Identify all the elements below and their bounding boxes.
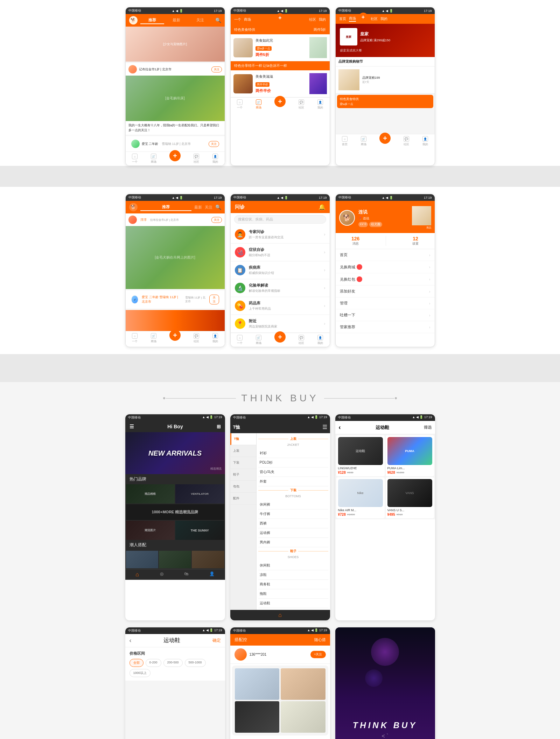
food-add-btn[interactable]: + <box>275 13 285 22</box>
follow-btn-2[interactable]: 关注 <box>209 141 219 147</box>
hiboy-menu-icon[interactable]: ☰ <box>130 424 134 429</box>
cat-item-shirt[interactable]: 衬衫 <box>258 449 328 458</box>
cat-sidebar-bags[interactable]: 包包 <box>230 481 256 493</box>
hiboy-nav-shop[interactable]: 🛍 <box>184 571 188 578</box>
nav-add-btn-5[interactable]: + <box>274 331 286 343</box>
follow-btn-social-1[interactable]: 关注 <box>211 217 222 223</box>
filter-confirm-btn[interactable]: 确定 <box>212 638 221 643</box>
cat-item-casual-shoes[interactable]: 休闲鞋 <box>258 561 328 570</box>
cat-item-sports-shoes[interactable]: 运动鞋 <box>258 599 328 608</box>
nav-shop-3[interactable]: 🛒商场 <box>361 136 366 146</box>
tab-follow-2[interactable]: 关注 <box>205 205 212 210</box>
cat-item-polo[interactable]: POLO杉 <box>258 458 328 467</box>
nav-add-btn-3[interactable]: + <box>379 133 391 144</box>
nav-shop-5[interactable]: 🛒商场 <box>256 335 261 345</box>
nav-profile-1[interactable]: 👤 我的 <box>212 154 218 164</box>
brand-item-2[interactable]: VENTILATOR <box>175 484 224 504</box>
nav-home-5[interactable]: ⌂一个 <box>237 335 243 345</box>
nav-shop-4[interactable]: 🛒商场 <box>151 333 156 343</box>
nav-add-btn-2[interactable]: + <box>274 96 286 107</box>
cat-sidebar-jacket[interactable]: 上装 <box>230 445 256 457</box>
nav-community-5[interactable]: 💬社区 <box>299 335 304 345</box>
tab-follow[interactable]: 关注 <box>188 17 212 24</box>
cat-nav-home[interactable]: ⌂ <box>278 612 282 618</box>
menu-butler[interactable]: 管家推荐 › <box>336 321 435 333</box>
consult-item-disease[interactable]: 📋 疾病库 权威疾病知识介绍 › <box>231 261 330 279</box>
brand-item-3[interactable]: 潮流图片 <box>126 521 175 540</box>
cat-item-jeans[interactable]: 牛仔裤 <box>258 509 328 519</box>
tab-recommend[interactable]: 推荐 <box>140 17 164 24</box>
filter-chip-500-1000[interactable]: 500-1000 <box>185 659 206 667</box>
filter-chip-1000plus[interactable]: 1000以上 <box>130 669 150 677</box>
brand-item-wide[interactable]: 1000+MORE 精选潮流品牌 <box>126 504 224 520</box>
cat-sidebar-bottoms[interactable]: 下装 <box>230 457 256 469</box>
nav-profile-4[interactable]: 👤我的 <box>212 333 218 343</box>
cat-sidebar-acc[interactable]: 配件 <box>230 493 256 505</box>
brand-item-1[interactable]: 潮品精粮 <box>126 484 175 504</box>
consult-item-pharmacy[interactable]: 💊 药品库 上千种常用药品 › <box>231 297 330 315</box>
royal-nav-active[interactable]: 商场 <box>349 16 356 22</box>
nav-add-btn-1[interactable]: + <box>169 150 181 161</box>
cat-menu-icon[interactable]: ☰ <box>322 424 327 430</box>
nav-community-1[interactable]: 💬 社区 <box>194 154 199 164</box>
nav-add-btn-4[interactable]: + <box>169 330 181 341</box>
consult-bell[interactable]: 🔔 <box>318 204 326 210</box>
filter-chip-all[interactable]: 全部 <box>130 659 144 667</box>
menu-mall[interactable]: 兑换商城 › <box>336 261 435 273</box>
cat-item-slippers[interactable]: 拖鞋 <box>258 589 328 599</box>
nav-home-4[interactable]: ⌂一个 <box>132 333 138 343</box>
cat-item-underwear[interactable]: 男内裤 <box>258 538 328 547</box>
prod-card-3[interactable]: Nike Nike AIR M... ¥728 ¥1690 <box>336 477 385 518</box>
cat-item-suit[interactable]: 西裤 <box>258 519 328 528</box>
nav-profile-5[interactable]: 👤我的 <box>317 335 323 345</box>
filter-chip-200-500[interactable]: 200-500 <box>163 659 183 667</box>
hiboy-nav-home[interactable]: ⌂ <box>135 571 139 578</box>
consult-item-expert[interactable]: 👨‍⚕️ 专家问诊 距一类专业直接咨询交流 › <box>231 226 330 244</box>
shoes-back-btn[interactable]: ‹ <box>339 424 341 431</box>
cat-item-business[interactable]: 商务鞋 <box>258 580 328 589</box>
cat-item-vest[interactable]: 背心/马夹 <box>258 467 328 477</box>
follow-btn-social-2[interactable]: 关注 <box>209 295 219 304</box>
menu-addfriend[interactable]: 添加好友 › <box>336 286 435 297</box>
hiboy-nav-me[interactable]: 👤 <box>209 571 215 578</box>
cat-item-jacket[interactable]: 外套 <box>258 477 328 486</box>
search-icon-1[interactable]: 🔍 <box>215 17 221 23</box>
search-icon-2[interactable]: 🔍 <box>215 204 221 210</box>
nav-shop-2[interactable]: 🛒商场 <box>256 99 261 110</box>
nav-profile-2[interactable]: 👤我的 <box>317 99 323 110</box>
shoes-filter-btn[interactable]: 筛选 <box>424 425 432 430</box>
nav-community-3[interactable]: 💬社区 <box>404 136 409 146</box>
cat-sidebar-shirts[interactable]: T恤 <box>230 433 256 445</box>
nav-home-3[interactable]: ⌂首页 <box>342 136 348 146</box>
nav-home-1[interactable]: ⌂ 一个 <box>132 154 138 164</box>
follow-btn-1[interactable]: 关注 <box>211 66 222 72</box>
menu-homepage[interactable]: 首页 › <box>336 249 435 261</box>
hiboy-expand-icon[interactable]: ⊞ <box>217 424 221 429</box>
menu-feedback[interactable]: 吐槽一下 › <box>336 309 435 321</box>
nav-community-4[interactable]: 💬社区 <box>194 333 199 343</box>
prod-card-4[interactable]: VANS VANS U S... ¥495 ¥910 <box>386 477 434 518</box>
nav-profile-3[interactable]: 👤我的 <box>422 136 428 146</box>
nav-community-2[interactable]: 💬社区 <box>299 99 304 110</box>
hiboy-nav-discover[interactable]: ◎ <box>160 571 163 578</box>
cat-item-sports[interactable]: 运动裤 <box>258 528 328 538</box>
prod-card-1[interactable]: 运动鞋 LINGWUZHE ¥128 ¥630 <box>336 435 385 476</box>
cat-item-casual[interactable]: 休闲裤 <box>258 500 328 509</box>
consult-search-input[interactable]: 搜索症状、疾病、药品 <box>234 215 326 224</box>
nav-home-2[interactable]: ⌂一个 <box>237 99 243 110</box>
tab-recommend-2[interactable]: 推荐 <box>140 204 191 211</box>
match-follow-btn[interactable]: +关注 <box>310 651 326 658</box>
cat-item-sandals[interactable]: 凉鞋 <box>258 570 328 580</box>
tab-latest[interactable]: 最新 <box>164 17 188 24</box>
consult-item-nearby[interactable]: 📍 附近 周边宠物医院及商家 › <box>231 315 330 333</box>
cat-sidebar-shoes[interactable]: 鞋子 <box>230 469 256 481</box>
royal-add-btn[interactable]: + <box>359 13 368 22</box>
consult-item-symptom[interactable]: 🩺 症状自诊 能分析ta的不适 › <box>231 244 330 261</box>
menu-coupon[interactable]: 兑换红包 › <box>336 273 435 286</box>
match-tab-label[interactable]: 随心搭 <box>314 637 326 642</box>
consult-item-lab[interactable]: 🔬 化验单解读 解读化验单的常规指标 › <box>231 279 330 297</box>
menu-manage[interactable]: 管理 › <box>336 297 435 309</box>
prod-card-2[interactable]: PUMA PUMA Lim... ¥628 ¥1280 <box>386 435 434 476</box>
brand-item-4[interactable]: THE SUNNY <box>175 521 224 540</box>
filter-back-btn[interactable]: ‹ <box>130 637 132 644</box>
